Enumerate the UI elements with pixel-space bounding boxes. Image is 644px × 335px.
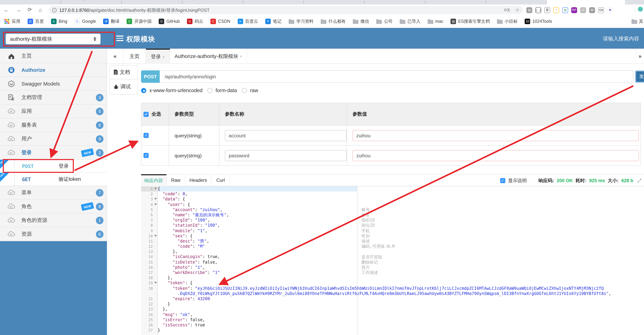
response-tab-Headers[interactable]: Headers (185, 174, 212, 186)
tab-close-icon[interactable]: × (163, 55, 165, 59)
bookmark-item[interactable]: 学习资料 (289, 18, 314, 24)
back-icon[interactable]: ← (2, 6, 10, 14)
extension-icon[interactable]: RP (571, 7, 577, 13)
tab-doc[interactable]: 文档 (110, 65, 138, 79)
sidebar-item-角色的资源[interactable]: API角色的资源1 (0, 214, 107, 227)
bookmark-item[interactable]: bBing (51, 19, 67, 24)
sidebar-item-登录[interactable]: API登录NEW2 (0, 146, 107, 160)
show-desc-checkbox[interactable]: ✓ (500, 178, 505, 183)
bookmark-item[interactable]: 101024Tools (525, 19, 552, 24)
page-tab-Authorize-authority-权限模块[interactable]: Authorize-authority-权限模块× (170, 49, 247, 64)
bookmark-item[interactable]: GGitHub (159, 19, 180, 24)
sidebar-item-主页[interactable]: 主页 (0, 49, 107, 63)
param-name-input[interactable]: account (225, 130, 347, 141)
extension-icon[interactable]: ◔ (553, 7, 559, 13)
sidebar-item-菜单[interactable]: API菜单7 (0, 186, 107, 200)
extension-icon[interactable]: {…} (535, 7, 541, 13)
bookmark-item[interactable]: 其 (632, 19, 643, 24)
bookmark-item[interactable]: 小目标 (497, 18, 518, 24)
extension-icon[interactable]: Git (598, 7, 604, 13)
row-checkbox[interactable]: ✓ (144, 153, 149, 158)
bookmark-item[interactable]: CCSDN (210, 19, 230, 24)
sidebar-item-角色[interactable]: API角色NEW8 (0, 200, 107, 214)
fold-arrow-icon[interactable] (154, 198, 157, 200)
browser-tab[interactable]: https://942707.fil...× (182, 0, 243, 4)
response-tab-Curl[interactable]: Curl (212, 174, 230, 186)
extension-icon[interactable]: ▤ (526, 7, 532, 13)
extension-icon[interactable]: O (580, 7, 586, 13)
bookmark-item[interactable]: 已导入 (400, 18, 420, 24)
info-icon[interactable]: i (52, 8, 56, 12)
extension-icon[interactable]: 英 (544, 7, 550, 13)
menu-icon[interactable] (116, 36, 124, 41)
response-tab-Raw[interactable]: Raw (166, 174, 185, 186)
fold-arrow-icon[interactable] (154, 282, 157, 284)
sidebar-item-用户[interactable]: API用户9 (0, 132, 107, 146)
radio-dot[interactable] (141, 88, 146, 93)
param-value-input[interactable]: zuihou (352, 130, 639, 141)
bookmark-item[interactable]: 微信 (353, 18, 369, 24)
fold-arrow-icon[interactable] (154, 235, 157, 236)
bookmark-item[interactable]: ∞百度云 (238, 18, 258, 24)
reload-icon[interactable]: ⟳ (26, 6, 34, 14)
tabs-scroll-right[interactable]: » (636, 49, 644, 64)
tab-close-icon[interactable]: × (240, 54, 242, 58)
bookmark-item[interactable]: 百百度 (28, 18, 44, 24)
sidebar-item-资源[interactable]: API资源6 (0, 227, 107, 241)
bookmark-other-folder[interactable]: 其 (632, 19, 643, 24)
radio-dot[interactable] (242, 88, 247, 93)
bookmark-item[interactable]: GGoogle (74, 19, 96, 24)
radio-x-www-form-urlencoded[interactable]: x-www-form-urlencoded (141, 88, 202, 93)
fold-arrow-icon[interactable] (154, 204, 157, 205)
bookmark-item[interactable]: ✎笔记 (265, 18, 282, 24)
param-value-input[interactable]: zuihou (352, 150, 639, 161)
tab-debug[interactable]: 调试 (110, 79, 138, 94)
radio-dot[interactable] (207, 88, 212, 93)
profile-avatar[interactable] (638, 6, 643, 12)
home-icon[interactable]: ⌂ (36, 6, 44, 14)
browser-tab[interactable]: temporary intersti...× (61, 0, 122, 4)
bookmark-item[interactable]: 应用 (4, 18, 20, 24)
sidebar-item-Authorize[interactable]: Authorize (0, 63, 107, 77)
page-tab-登录[interactable]: 登录× (146, 49, 170, 64)
radio-form-data[interactable]: form-data (207, 88, 237, 93)
bookmark-item[interactable]: 公司 (376, 18, 392, 24)
radio-raw[interactable]: raw (242, 88, 258, 93)
address-bar[interactable]: i 127.0.0.1:8760/api/gate/doc.html#/auth… (49, 6, 523, 14)
browser-tab[interactable]: 国家税务总局增值...× (364, 0, 425, 4)
bookmark-item[interactable]: ▤ES搜索引擎文档 (451, 18, 490, 24)
extension-icon[interactable]: ◍ (562, 7, 568, 13)
browser-tab[interactable]: Route 路由网关...× (304, 0, 364, 4)
response-tab-响应内容[interactable]: 响应内容 (141, 174, 166, 186)
browser-tab[interactable]: github-pack 文件夹...× (425, 0, 486, 4)
page-tab-主页[interactable]: 主页 (124, 49, 146, 64)
sidebar-item-文档管理[interactable]: 文档管理3 (0, 91, 107, 104)
forward-icon[interactable]: → (14, 6, 23, 14)
browser-tab[interactable]: Zuul'-'JumpServer× (122, 0, 182, 4)
bookmark-item[interactable]: G码云 (187, 18, 203, 24)
translate-icon[interactable]: G文 (504, 8, 510, 12)
extension-icon[interactable]: M (589, 7, 595, 13)
tabs-scroll-left[interactable]: « (107, 49, 124, 64)
sidebar-item-Swagger Models[interactable]: Swagger Models (0, 77, 107, 91)
bookmark-item[interactable]: mac (428, 19, 443, 24)
extension-icon[interactable]: ✱ (607, 7, 613, 13)
bookmark-item[interactable]: 译翻译 (103, 18, 120, 24)
send-button[interactable]: 发 (635, 70, 644, 83)
browser-tab[interactable]: 百度 建言/32duen...× (0, 0, 61, 4)
expand-icon[interactable]: ⤢ (638, 178, 641, 184)
bookmark-star-icon[interactable]: ☆ (515, 7, 520, 13)
fold-arrow-icon[interactable] (154, 188, 157, 190)
row-checkbox[interactable]: ✓ (144, 133, 149, 138)
bookmark-item[interactable]: C开源中国 (127, 18, 152, 24)
select-all-checkbox[interactable]: ✓ (144, 112, 149, 117)
sidebar-item-get-验证token[interactable]: NEWGET验证token (0, 173, 107, 186)
search-input[interactable]: 请输入搜索内容 (603, 36, 639, 42)
bookmark-item[interactable]: 什么都有 (321, 18, 346, 24)
browser-tab[interactable]: Nacos× (243, 0, 304, 4)
param-name-input[interactable]: password (225, 150, 347, 161)
sidebar-item-应用[interactable]: API应用5 (0, 104, 107, 118)
browser-tab[interactable]: C#文件读写 (pack...× (486, 0, 546, 4)
browser-tab[interactable]: 权限模块 (546, 0, 625, 4)
sidebar-item-服务表[interactable]: API服务表6 (0, 118, 107, 132)
